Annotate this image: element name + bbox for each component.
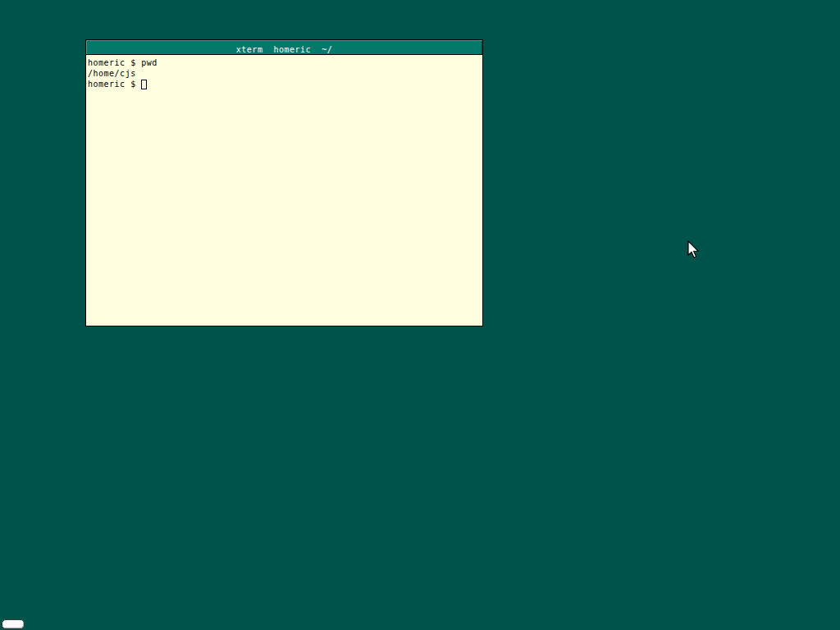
terminal-cursor: [141, 80, 147, 89]
terminal-line: homeric $ pwd: [88, 57, 482, 68]
mouse-cursor-arrow-icon: [687, 240, 701, 260]
terminal-screen[interactable]: homeric $ pwd /home/cjs homeric $: [86, 55, 482, 326]
window-titlebar[interactable]: xterm homeric ~/: [86, 40, 482, 55]
window-title: xterm homeric ~/: [236, 43, 332, 55]
minimized-window-icon[interactable]: [2, 619, 25, 629]
xterm-window: xterm homeric ~/ homeric $ pwd /home/cjs…: [85, 39, 483, 326]
terminal-line: /home/cjs: [88, 68, 482, 79]
terminal-prompt: homeric $: [88, 80, 141, 89]
terminal-prompt-line: homeric $: [88, 79, 482, 89]
desktop-root: xterm homeric ~/ homeric $ pwd /home/cjs…: [0, 0, 840, 630]
